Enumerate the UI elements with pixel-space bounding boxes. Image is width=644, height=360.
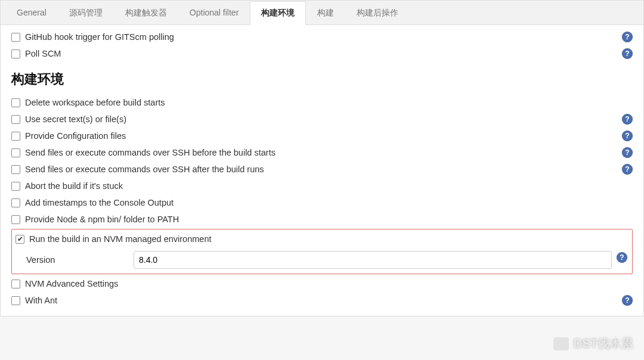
label-ssh-before: Send files or execute commands over SSH … [25,148,275,157]
input-version[interactable] [134,251,612,269]
checkbox-secret-text[interactable] [11,115,20,124]
label-nvm-advanced: NVM Advanced Settings [25,279,118,288]
watermark-text: DST伐木累 [574,336,633,352]
option-nvm: Run the build in an NVM managed environm… [16,232,628,246]
tab-build-env[interactable]: 构建环境 [250,1,306,25]
checkbox-config-files[interactable] [11,132,20,141]
label-delete-workspace: Delete workspace before build starts [25,98,165,107]
option-nvm-advanced: NVM Advanced Settings [11,275,633,292]
label-timestamps: Add timestamps to the Console Output [25,198,174,207]
help-icon[interactable]: ? [622,114,633,125]
checkbox-with-ant[interactable] [11,296,20,305]
help-icon[interactable]: ? [617,252,627,263]
nvm-version-row: Version ? [16,246,628,269]
tab-post-build[interactable]: 构建后操作 [345,1,410,25]
label-abort-stuck: Abort the build if it's stuck [25,181,123,191]
checkbox-nvm-advanced[interactable] [11,280,20,288]
content-area: GitHub hook trigger for GITScm polling ?… [1,25,643,316]
tabs-bar: General 源码管理 构建触发器 Optional filter 构建环境 … [1,1,643,25]
checkbox-ssh-before[interactable] [11,148,20,157]
checkbox-node-npm[interactable] [11,215,20,224]
option-config-files: Provide Configuration files ? [11,128,633,144]
option-abort-stuck: Abort the build if it's stuck [11,178,633,194]
option-ssh-after: Send files or execute commands over SSH … [11,161,633,178]
option-poll-scm: Poll SCM ? [11,45,633,62]
option-secret-text: Use secret text(s) or file(s) ? [11,111,633,128]
checkbox-abort-stuck[interactable] [11,182,20,191]
nvm-highlight-box: Run the build in an NVM managed environm… [11,229,633,274]
checkbox-ssh-after[interactable] [11,165,20,174]
label-ssh-after: Send files or execute commands over SSH … [25,165,264,174]
option-ssh-before: Send files or execute commands over SSH … [11,144,633,161]
option-delete-workspace: Delete workspace before build starts [11,94,633,111]
option-node-npm: Provide Node & npm bin/ folder to PATH [11,211,633,228]
label-node-npm: Provide Node & npm bin/ folder to PATH [25,215,179,224]
label-with-ant: With Ant [25,296,57,305]
chat-icon [553,337,569,350]
help-icon[interactable]: ? [622,164,633,175]
watermark: DST伐木累 [553,336,633,352]
option-github-hook: GitHub hook trigger for GITScm polling ? [11,29,633,45]
checkbox-nvm[interactable] [16,235,24,244]
help-icon[interactable]: ? [622,147,633,158]
checkbox-timestamps[interactable] [11,198,20,207]
help-icon[interactable]: ? [622,32,633,42]
help-icon[interactable]: ? [622,48,633,59]
label-nvm: Run the build in an NVM managed environm… [29,234,211,244]
option-timestamps: Add timestamps to the Console Output [11,194,633,211]
tab-optional-filter[interactable]: Optional filter [178,1,250,25]
option-with-ant: With Ant ? [11,292,633,309]
tab-build[interactable]: 构建 [306,1,345,25]
tab-source[interactable]: 源码管理 [58,1,114,25]
label-config-files: Provide Configuration files [25,131,126,141]
label-version: Version [26,255,134,265]
checkbox-poll-scm[interactable] [11,49,20,58]
help-icon[interactable]: ? [622,295,633,306]
checkbox-delete-workspace[interactable] [11,98,20,107]
label-github-hook: GitHub hook trigger for GITScm polling [25,32,174,42]
label-poll-scm: Poll SCM [25,49,61,58]
label-secret-text: Use secret text(s) or file(s) [25,114,126,124]
checkbox-github-hook[interactable] [11,33,20,42]
tab-general[interactable]: General [5,1,58,25]
tab-triggers[interactable]: 构建触发器 [114,1,178,25]
section-title-build-env: 构建环境 [11,62,633,94]
help-icon[interactable]: ? [622,131,633,141]
